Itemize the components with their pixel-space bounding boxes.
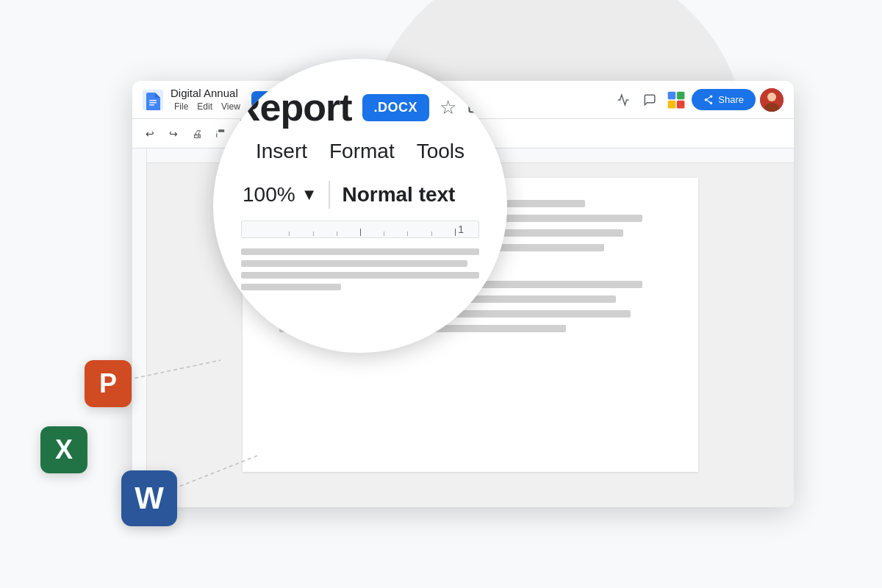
excel-letter: X [55,434,73,465]
powerpoint-icon: P [85,360,132,407]
menu-bar: File Edit View [171,101,244,112]
ruler-tick-3 [337,232,337,236]
magnify-menu-format[interactable]: Format [329,140,395,163]
magnify-title-row: Report .DOCX ☆ [233,88,487,126]
magnify-menu-tools[interactable]: Tools [417,140,465,163]
svg-rect-4 [149,102,157,104]
avatar[interactable] [760,88,784,112]
magnify-star-icon[interactable]: ☆ [440,96,456,119]
menu-file[interactable]: File [171,101,192,112]
magnify-doc-lines [241,248,479,290]
analytics-icon[interactable] [612,89,634,111]
magnify-zoom-arrow[interactable]: ▼ [301,185,318,204]
meet-icon[interactable] [665,89,687,111]
mag-line-1 [241,248,479,255]
docs-icon [143,90,163,110]
word-letter: W [135,481,164,516]
magnify-menu-insert[interactable]: Insert [256,140,307,163]
mag-line-2 [241,260,467,267]
powerpoint-letter: P [99,368,117,399]
svg-rect-9 [668,100,676,108]
menu-edit[interactable]: Edit [193,101,216,112]
magnify-menu-row: Insert Format Tools [256,140,465,163]
magnify-ruler-number: 1 [458,223,464,235]
magnify-docx-badge: .DOCX [362,94,430,121]
magnify-circle: Report .DOCX ☆ Insert Format Tools 100% … [213,59,507,353]
share-label: Share [718,94,744,105]
ruler-tick-8 [455,229,456,236]
svg-rect-7 [668,91,676,99]
ruler-tick-4 [360,229,361,236]
redo-button[interactable]: ↪ [163,123,184,144]
svg-rect-5 [149,104,154,106]
avatar-image [760,88,784,112]
svg-point-12 [767,93,776,101]
svg-rect-8 [677,91,685,99]
mag-line-3 [241,272,479,279]
ruler-tick-1 [289,232,290,236]
mag-line-4 [241,284,341,290]
magnify-divider [329,181,330,209]
ruler-tick-6 [407,232,408,236]
magnify-ruler: 1 [241,220,479,238]
word-icon: W [121,470,177,526]
ruler-tick-2 [313,232,314,236]
magnify-zoom-row: 100% ▼ Normal text [243,181,455,209]
svg-rect-10 [677,100,685,108]
undo-button[interactable]: ↩ [140,123,160,144]
magnify-zoom-text: 100% [243,183,295,207]
share-button[interactable]: Share [692,89,756,110]
ruler-left [132,148,147,507]
menu-view[interactable]: View [218,101,244,112]
ruler-tick-7 [431,232,432,236]
magnify-text-style: Normal text [342,183,455,207]
print-button[interactable]: 🖨 [187,123,207,144]
toolbar-icons: Share [612,88,784,112]
doc-title: Digital Annual [171,87,244,100]
excel-icon: X [40,426,87,473]
title-area: Digital Annual File Edit View [171,87,244,112]
svg-rect-3 [149,100,157,101]
comment-icon[interactable] [639,89,661,111]
ruler-tick-5 [384,232,384,236]
